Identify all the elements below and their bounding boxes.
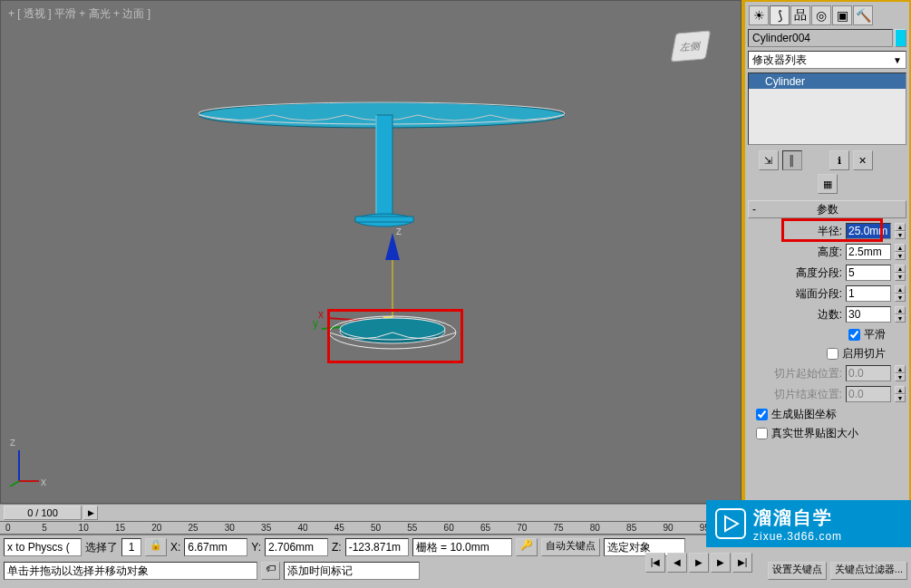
cap-segs-label: 端面分段: [796,286,842,302]
object-color-swatch[interactable] [895,29,906,47]
sides-input[interactable] [846,306,891,323]
selected-label: 选择了 [85,540,118,555]
scene-drawing: z x y [1,1,742,505]
x-label: X: [170,541,180,554]
slice-on-checkbox[interactable] [827,348,838,360]
tab-modify-icon[interactable]: ⟆ [770,5,790,25]
ruler-tick: 25 [189,523,199,533]
world-axis-icon [8,445,44,487]
cap-segs-input[interactable] [846,285,891,302]
ruler-tick: 65 [480,523,490,533]
svg-marker-20 [725,516,738,531]
smooth-checkbox[interactable] [848,329,860,341]
gen-uv-checkbox[interactable] [756,409,768,420]
svg-line-19 [10,481,19,487]
slice-from-label: 切片起始位置: [774,366,842,381]
grid-readout: 栅格 = 10.0mm [412,538,512,556]
real-world-label: 真实世界贴图大小 [771,426,858,441]
command-panel-tabs: ☀ ⟆ 品 ◎ ▣ 🔨 [745,2,909,27]
key-filters-button[interactable]: 关键点过滤器... [830,562,907,580]
tab-create-icon[interactable]: ☀ [749,5,769,25]
prev-frame-button[interactable]: ◀ [667,553,687,573]
watermark: 溜溜自学 zixue.3d66.com [706,500,911,547]
time-tag-button[interactable]: 🏷 [261,562,280,580]
sides-spinner[interactable]: ▲▼ [895,306,906,323]
command-panel: ☀ ⟆ 品 ◎ ▣ 🔨 修改器列表 ▼ Cylinder ⇲ ║ [741,0,911,504]
next-frame-button[interactable]: ▶ [711,553,731,573]
y-label: Y: [251,541,261,554]
real-world-checkbox[interactable] [756,428,768,439]
axis-z-label: z [10,436,15,448]
object-name-input[interactable] [748,29,893,47]
ruler-tick: 85 [626,523,636,533]
height-label: 高度: [818,245,842,260]
z-label: Z: [332,541,342,554]
goto-end-button[interactable]: ▶| [732,553,752,573]
ruler-tick: 50 [371,523,381,533]
radius-spinner[interactable]: ▲▼ [895,223,906,239]
tab-utilities-icon[interactable]: 🔨 [853,5,873,25]
goto-start-button[interactable]: |◀ [645,553,665,573]
pin-stack-button[interactable]: ⇲ [759,150,779,170]
ruler-tick: 60 [444,523,454,533]
make-unique-button[interactable]: ℹ [829,150,849,170]
z-coord-input[interactable] [345,538,409,556]
height-segs-input[interactable] [846,265,891,281]
viewcube[interactable]: 左侧 [674,32,721,79]
viewcube-face[interactable]: 左侧 [671,30,711,62]
selected-count: 1 [121,538,141,556]
chevron-down-icon: ▼ [893,55,902,65]
y-coord-input[interactable] [265,538,328,556]
auto-key-button[interactable]: 自动关键点 [541,538,600,556]
key-icon-button[interactable]: 🔑 [516,538,538,556]
slice-from-spinner: ▲▼ [895,365,906,381]
time-slider-thumb[interactable]: 0 / 100 [4,506,82,520]
height-spinner[interactable]: ▲▼ [895,244,906,260]
time-slider[interactable]: 0 / 100 ▶ [0,504,741,522]
ruler-tick: 10 [79,523,89,533]
svg-rect-5 [355,217,413,222]
smooth-label: 平滑 [864,327,886,342]
show-end-result-button[interactable]: ║ [782,150,802,170]
remove-modifier-button[interactable]: ✕ [853,150,873,170]
ruler-tick: 90 [663,523,673,533]
svg-text:z: z [396,225,402,237]
axis-x-label: x [41,476,46,488]
x-coord-input[interactable] [184,538,247,556]
tab-motion-icon[interactable]: ◎ [811,5,831,25]
slice-on-label: 启用切片 [842,346,886,361]
stack-item-cylinder[interactable]: Cylinder [749,73,906,89]
slice-to-spinner: ▲▼ [895,386,906,402]
ruler-tick: 55 [407,523,417,533]
play-button[interactable]: ▶ [689,553,709,573]
highlight-selected-object [327,309,463,363]
modifier-list-label: 修改器列表 [752,53,807,68]
prompt-line: 单击并拖动以选择并移动对象 [4,562,257,580]
ruler-tick: 75 [554,523,564,533]
watermark-title: 溜溜自学 [753,506,842,530]
time-ruler[interactable]: 0510152025303540455055606570758085909510… [0,522,741,535]
ruler-tick: 15 [115,523,125,533]
viewport-perspective[interactable]: + [ 透视 ] 平滑 + 高光 + 边面 ] z x y [0,0,741,504]
gen-uv-label: 生成贴图坐标 [771,407,837,422]
set-key-button[interactable]: 设置关键点 [768,562,827,580]
ruler-tick: 30 [225,523,235,533]
slice-from-input [846,365,891,381]
cap-segs-spinner[interactable]: ▲▼ [895,285,906,302]
tab-display-icon[interactable]: ▣ [832,5,852,25]
parameters-rollout-header[interactable]: - 参数 [748,200,906,218]
ruler-tick: 0 [5,523,11,533]
lock-selection-button[interactable]: 🔒 [145,538,167,556]
modifier-list-combo[interactable]: 修改器列表 ▼ [748,51,906,69]
parameters-title: 参数 [817,202,838,217]
modifier-stack[interactable]: Cylinder [748,72,906,145]
time-slider-next[interactable]: ▶ [83,506,98,520]
parameters-body: 半径: ▲▼ 高度: ▲▼ 高度分段: ▲▼ 端面分段: [745,218,909,447]
stack-toolbar: ⇲ ║ ℹ ✕ ▦ [745,147,909,198]
configure-sets-button[interactable]: ▦ [818,174,838,194]
minus-icon: - [752,203,756,216]
add-time-tag[interactable]: 添加时间标记 [284,562,420,580]
tab-hierarchy-icon[interactable]: 品 [790,5,810,25]
height-input[interactable] [846,244,891,260]
height-segs-spinner[interactable]: ▲▼ [895,265,906,281]
